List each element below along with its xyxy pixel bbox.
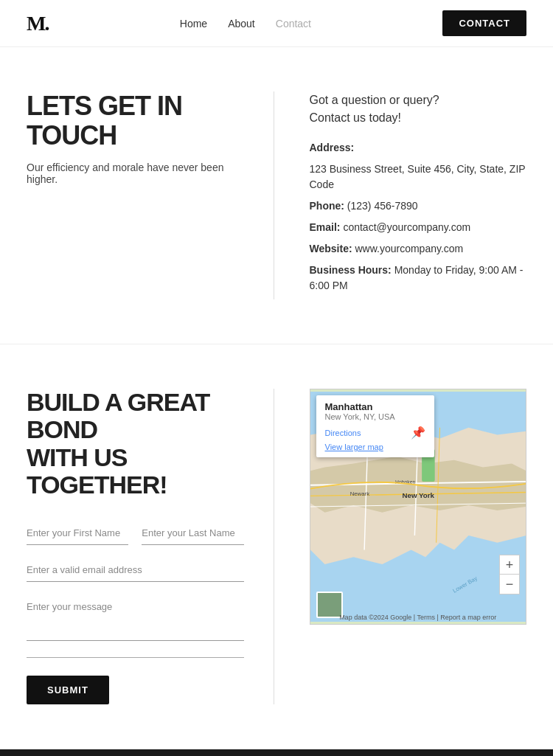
hours-row: Business Hours: Monday to Friday, 9:00 A… — [310, 263, 527, 294]
footer: M. ADDRESS 123 Business Street, Suite 45… — [0, 749, 553, 756]
nav-about[interactable]: About — [228, 18, 255, 30]
map-view-larger[interactable]: View larger map — [325, 443, 425, 451]
hero-left: LETS GET IN TOUCH Our efficiency and mor… — [27, 91, 274, 299]
bond-title: BUILD A GREAT BOND WITH US TOGETHER! — [27, 389, 244, 499]
website-row: Website: www.yourcompany.com — [310, 241, 527, 257]
nav-contact-button[interactable]: CONTACT — [442, 10, 526, 36]
email-input[interactable] — [27, 558, 244, 582]
map-right: New York Newark Hoboken Lower Bay Manhat… — [274, 389, 527, 704]
map-sub: New York, NY, USA — [325, 412, 425, 421]
map-popup: Manhattan New York, NY, USA Directions 📌… — [316, 395, 434, 457]
message-textarea[interactable] — [27, 595, 244, 641]
hero-title: LETS GET IN TOUCH — [27, 91, 244, 150]
address-value: 123 Business Street, Suite 456, City, St… — [310, 162, 527, 193]
submit-button[interactable]: SUBMIT — [27, 676, 109, 704]
map-place: Manhattan — [325, 401, 425, 412]
navigation: M. Home About Contact CONTACT — [0, 0, 553, 47]
email-row: Email: contact@yourcompany.com — [310, 220, 527, 235]
hero-section: LETS GET IN TOUCH Our efficiency and mor… — [0, 47, 553, 344]
address-row: Address: — [310, 140, 527, 156]
form-left: BUILD A GREAT BOND WITH US TOGETHER! SUB… — [27, 389, 274, 704]
svg-text:Newark: Newark — [349, 490, 369, 497]
logo: M. — [27, 12, 48, 35]
email-row — [27, 558, 244, 582]
first-name-input[interactable] — [27, 521, 128, 545]
map-container[interactable]: New York Newark Hoboken Lower Bay Manhat… — [310, 389, 527, 625]
map-credit: Map data ©2024 Google | Terms | Report a… — [339, 614, 496, 621]
svg-text:New York: New York — [402, 491, 434, 499]
name-row — [27, 521, 244, 545]
map-zoom-controls[interactable]: + − — [499, 555, 520, 594]
hero-subtitle: Our efficiency and morale have never bee… — [27, 162, 244, 185]
map-zoom-in[interactable]: + — [500, 555, 519, 575]
contact-heading: Got a question or query? Contact us toda… — [310, 91, 527, 127]
nav-home[interactable]: Home — [180, 18, 207, 30]
nav-links: Home About Contact — [180, 18, 311, 30]
contact-info: Got a question or query? Contact us toda… — [274, 91, 527, 299]
map-directions[interactable]: Directions — [325, 429, 361, 437]
map-street-thumb — [316, 592, 343, 618]
last-name-input[interactable] — [142, 521, 243, 545]
form-section: BUILD A GREAT BOND WITH US TOGETHER! SUB… — [0, 344, 553, 749]
phone-row: Phone: (123) 456-7890 — [310, 198, 527, 214]
map-zoom-out[interactable]: − — [500, 575, 519, 594]
nav-contact[interactable]: Contact — [276, 18, 311, 30]
